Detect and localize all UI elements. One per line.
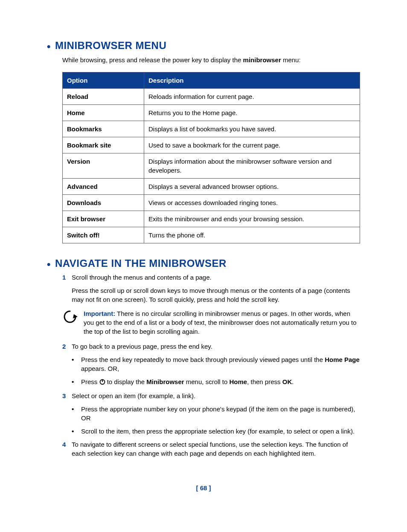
step-4: 4 To navigate to different screens or se… xyxy=(62,440,360,458)
list-item: Press to display the Minibrowser menu, s… xyxy=(72,377,360,387)
th-option: Option xyxy=(63,72,144,88)
list-item: Scroll to the item, then press the appro… xyxy=(72,427,360,436)
table-row: Exit browserExits the minibrowser and en… xyxy=(63,211,360,227)
table-row: AdvancedDisplays a several advanced brow… xyxy=(63,178,360,194)
bullet-icon: • xyxy=(47,258,51,270)
step-3: 3 Select or open an item (for example, a… xyxy=(62,391,360,436)
table-row: BookmarksDisplays a list of bookmarks yo… xyxy=(63,121,360,137)
intro-text: While browsing, press and release the po… xyxy=(62,55,360,64)
bullet-icon: • xyxy=(47,40,51,52)
table-row: Bookmark siteUsed to save a bookmark for… xyxy=(63,137,360,153)
options-table: Option Description ReloadReloads informa… xyxy=(62,72,360,243)
section-heading-minibrowser-menu: •MINIBROWSER MENU xyxy=(47,38,360,53)
list-item: Press the end key repeatedly to move bac… xyxy=(72,355,360,373)
step-2: 2 To go back to a previous page, press t… xyxy=(62,342,360,387)
power-icon xyxy=(99,378,105,387)
step-1: 1 Scroll through the menus and contents … xyxy=(62,273,360,304)
table-row: VersionDisplays information about the mi… xyxy=(63,153,360,178)
table-row: ReloadReloads information for current pa… xyxy=(63,88,360,104)
table-row: Switch off!Turns the phone off. xyxy=(63,227,360,243)
list-item: Press the appropriate number key on your… xyxy=(72,405,360,422)
th-description: Description xyxy=(144,72,360,88)
page-number: [ 68 ] xyxy=(47,483,360,492)
important-icon xyxy=(62,309,84,327)
section-heading-navigate: •NAVIGATE IN THE MINIBROWSER xyxy=(47,256,360,271)
important-note: Important: There is no circular scrollin… xyxy=(62,309,360,336)
table-row: DownloadsViews or accesses downloaded ri… xyxy=(63,194,360,211)
table-row: HomeReturns you to the Home page. xyxy=(63,104,360,121)
